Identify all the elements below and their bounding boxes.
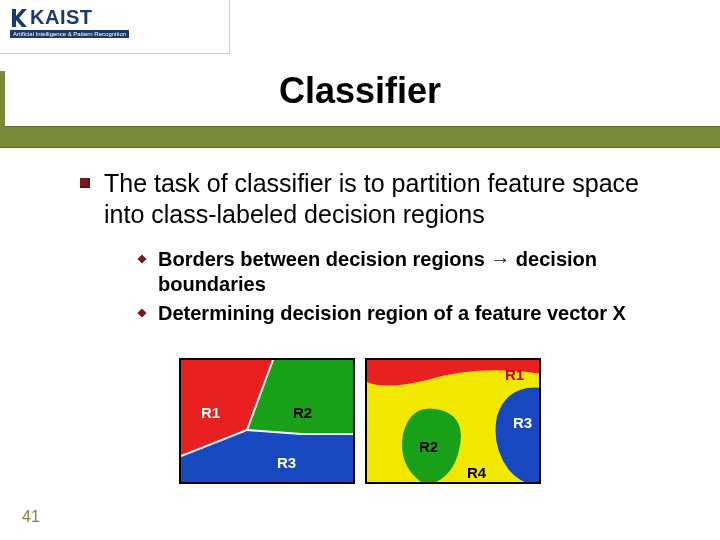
- region-label: R1: [505, 366, 524, 383]
- bullet-marker-icon: [137, 254, 146, 263]
- bullet-marker-icon: [137, 308, 146, 317]
- logo: KAIST Artificial Intelligence & Pattern …: [10, 6, 129, 38]
- logo-mark-icon: [10, 7, 28, 29]
- page-number: 41: [22, 508, 40, 526]
- bullet-sub-text: Borders between decision regions → decis…: [158, 247, 680, 297]
- bullet-marker-icon: [80, 178, 90, 188]
- figure-right: R1 R2 R3 R4: [365, 358, 541, 484]
- divider-bar: [0, 126, 720, 148]
- content: The task of classifier is to partition f…: [80, 168, 680, 330]
- slide-title: Classifier: [0, 70, 720, 112]
- bullet-sub-text: Determining decision region of a feature…: [158, 301, 626, 326]
- slide: KAIST Artificial Intelligence & Pattern …: [0, 0, 720, 540]
- sub-bullet-list: Borders between decision regions → decis…: [138, 247, 680, 326]
- title-area: Classifier: [0, 70, 720, 112]
- figures-row: R1 R2 R3 R1 R2 R3 R4: [0, 358, 720, 484]
- bullet-sub: Determining decision region of a feature…: [138, 301, 680, 326]
- logo-subtitle: Artificial Intelligence & Pattern Recogn…: [10, 30, 129, 38]
- region-label: R2: [293, 404, 312, 421]
- region-label: R4: [467, 464, 486, 481]
- logo-top: KAIST: [10, 6, 129, 29]
- bullet-main-text: The task of classifier is to partition f…: [104, 168, 680, 231]
- region-label: R2: [419, 438, 438, 455]
- logo-text: KAIST: [30, 6, 93, 29]
- figure-left: R1 R2 R3: [179, 358, 355, 484]
- decision-regions-3-icon: [181, 360, 355, 484]
- region-label: R3: [513, 414, 532, 431]
- region-label: R1: [201, 404, 220, 421]
- bullet-main: The task of classifier is to partition f…: [80, 168, 680, 231]
- region-label: R3: [277, 454, 296, 471]
- bullet-sub: Borders between decision regions → decis…: [138, 247, 680, 297]
